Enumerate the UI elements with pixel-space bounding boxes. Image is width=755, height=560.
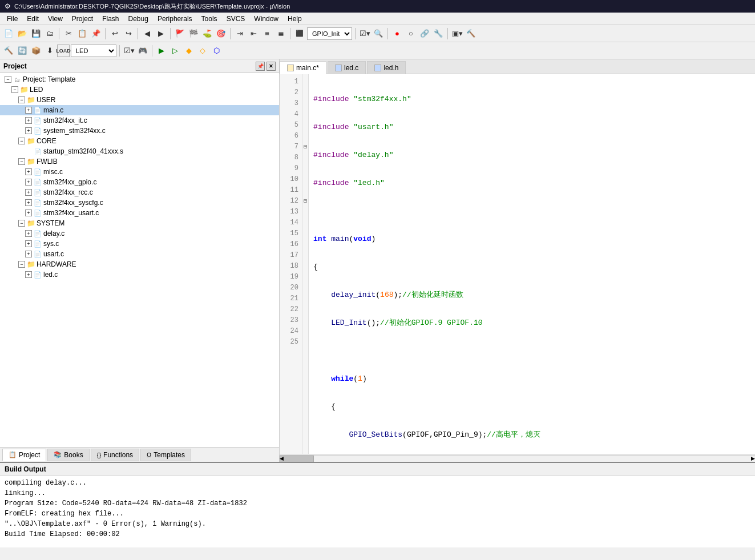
tree-label-rcc: stm32f4xx_rcc.c xyxy=(43,188,93,196)
collapse-btn-12[interactable]: ⊟ xyxy=(304,196,307,207)
blue1-btn[interactable]: ⬡ xyxy=(210,45,223,57)
menu-debug[interactable]: Debug xyxy=(124,14,153,24)
undo-btn[interactable]: ↩ xyxy=(108,27,121,40)
menu-tools[interactable]: Tools xyxy=(197,14,222,24)
functions-tab-label: Functions xyxy=(103,451,133,459)
tree-item-project[interactable]: − 🗂 Project: Template xyxy=(0,74,279,84)
record-btn[interactable]: ● xyxy=(391,27,403,40)
bookmark4-btn[interactable]: 🎯 xyxy=(215,27,227,40)
tree-item-sys[interactable]: + 📄 sys.c xyxy=(0,239,279,249)
tab-templates[interactable]: Ω Templates xyxy=(140,449,191,461)
format2-btn[interactable]: ≣ xyxy=(274,27,287,40)
code-editor[interactable]: 12345 678910 1112131415 1617181920 21222… xyxy=(280,74,755,454)
tree-item-sysc[interactable]: + 📄 system_stm32f4xx.c xyxy=(0,126,279,136)
scrollbar-thumb[interactable] xyxy=(280,456,314,462)
open-btn[interactable]: 📂 xyxy=(16,27,29,40)
pin-btn[interactable]: 📌 xyxy=(256,62,265,71)
editor-scrollbar[interactable]: ◀ ▶ xyxy=(280,454,755,462)
save-btn[interactable]: 💾 xyxy=(30,27,42,40)
menu-project[interactable]: Project xyxy=(67,14,98,24)
build-btn[interactable]: 🔨 xyxy=(2,45,15,57)
sep6 xyxy=(290,28,290,39)
green1-btn[interactable]: ▶ xyxy=(155,45,168,57)
bookmark1-btn[interactable]: 🚩 xyxy=(173,27,186,40)
tab-project[interactable]: 📋 Project xyxy=(2,449,46,461)
tree-item-ledc[interactable]: + 📄 led.c xyxy=(0,269,279,280)
tree-item-user-folder[interactable]: − 📁 USER xyxy=(0,95,279,105)
new-btn[interactable]: 📄 xyxy=(2,27,15,40)
tree-item-system-folder[interactable]: − 📁 SYSTEM xyxy=(0,218,279,228)
tree-label-ledc: led.c xyxy=(43,271,58,279)
load100-btn[interactable]: LOAD xyxy=(57,45,70,57)
wrench-btn[interactable]: 🔨 xyxy=(465,27,477,40)
menu-view[interactable]: View xyxy=(43,14,67,24)
menu-svcs[interactable]: SVCS xyxy=(222,14,250,24)
target-dropdown[interactable]: LED xyxy=(71,45,116,57)
tree-item-hardware-folder[interactable]: − 📁 HARDWARE xyxy=(0,259,279,269)
tree-item-led-folder[interactable]: − 📁 LED xyxy=(0,84,279,95)
check2-dropdown[interactable]: ☑▾ xyxy=(123,45,135,57)
tree-item-core-folder[interactable]: − 📁 CORE xyxy=(0,136,279,146)
copy-btn[interactable]: 📋 xyxy=(76,27,88,40)
tab-ledh[interactable]: led.h xyxy=(367,61,406,74)
rebuild-btn[interactable]: 🔄 xyxy=(16,45,29,57)
tab-mainc[interactable]: main.c* xyxy=(280,61,326,74)
batch-btn[interactable]: 📦 xyxy=(30,45,42,57)
tree-item-misc[interactable]: + 📄 misc.c xyxy=(0,167,279,177)
tab-functions[interactable]: {} Functions xyxy=(91,449,139,461)
scroll-right-btn[interactable]: ▶ xyxy=(751,456,755,461)
tree-item-rcc[interactable]: + 📄 stm32f4xx_rcc.c xyxy=(0,187,279,198)
circle-btn[interactable]: ○ xyxy=(405,27,417,40)
tab-ledh-icon xyxy=(374,65,381,71)
menu-peripherals[interactable]: Peripherals xyxy=(153,14,197,24)
tree-item-mainc[interactable]: + 📄 main.c xyxy=(0,105,279,115)
indent-btn[interactable]: ⇥ xyxy=(233,27,246,40)
orange1-btn[interactable]: ◆ xyxy=(183,45,195,57)
collapse-btn-7[interactable]: ⊟ xyxy=(304,142,307,152)
scroll-left-btn[interactable]: ◀ xyxy=(280,456,284,461)
menu-file[interactable]: File xyxy=(2,14,22,24)
layout-btn[interactable]: ▣▾ xyxy=(451,27,463,40)
bottom-tabs: 📋 Project 📚 Books {} Functions Ω Templat… xyxy=(0,447,279,462)
tree-item-fwlib-folder[interactable]: − 📁 FWLIB xyxy=(0,156,279,167)
editor-tab-bar: main.c* led.c led.h xyxy=(280,59,755,74)
menu-help[interactable]: Help xyxy=(283,14,306,24)
redo-btn[interactable]: ↪ xyxy=(122,27,135,40)
close-panel-btn[interactable]: ✕ xyxy=(267,62,276,71)
bookmark2-btn[interactable]: 🏁 xyxy=(187,27,200,40)
tree-item-startup[interactable]: + 📄 startup_stm32f40_41xxx.s xyxy=(0,146,279,156)
file-icon-usart: 📄 xyxy=(34,209,42,217)
paste-btn[interactable]: 📌 xyxy=(90,27,102,40)
code-content[interactable]: #include "stm32f4xx.h" #include "usart.h… xyxy=(309,74,755,454)
tree-label-mainc: main.c xyxy=(43,106,63,114)
check-dropdown[interactable]: ☑▾ xyxy=(358,27,371,40)
bookmark3-btn[interactable]: ⛳ xyxy=(201,27,213,40)
search-icon[interactable]: 🔍 xyxy=(372,27,385,40)
tree-item-syscfg[interactable]: + 📄 stm32f4xx_syscfg.c xyxy=(0,198,279,208)
function-dropdown[interactable]: GPIO_Init xyxy=(307,27,352,40)
cut-btn[interactable]: ✂ xyxy=(62,27,75,40)
debug2-btn[interactable]: 🎮 xyxy=(136,45,149,57)
unindent-btn[interactable]: ⇤ xyxy=(247,27,260,40)
nav-back-btn[interactable]: ◀ xyxy=(141,27,154,40)
nav-fwd-btn[interactable]: ▶ xyxy=(155,27,167,40)
script-btn[interactable]: 🔗 xyxy=(418,27,431,40)
tree-item-gpio[interactable]: + 📄 stm32f4xx_gpio.c xyxy=(0,177,279,187)
code-line-13: GPIO_SetBits(GPIOF,GPIO_Pin_9);//高电平，熄灭 xyxy=(313,429,750,440)
tab-books[interactable]: 📚 Books xyxy=(47,449,89,461)
format1-btn[interactable]: ≡ xyxy=(261,27,273,40)
tree-item-usart[interactable]: + 📄 stm32f4xx_usart.c xyxy=(0,208,279,218)
menu-flash[interactable]: Flash xyxy=(98,14,123,24)
load-btn[interactable]: ⬇ xyxy=(43,45,56,57)
tree-label-itc: stm32f4xx_it.c xyxy=(43,116,87,124)
orange2-btn[interactable]: ◇ xyxy=(196,45,209,57)
menu-edit[interactable]: Edit xyxy=(22,14,43,24)
tools-btn2[interactable]: 🔧 xyxy=(432,27,445,40)
tab-ledc[interactable]: led.c xyxy=(328,61,366,74)
menu-window[interactable]: Window xyxy=(249,14,283,24)
green2-btn[interactable]: ▷ xyxy=(169,45,181,57)
tree-item-delay[interactable]: + 📄 delay.c xyxy=(0,228,279,239)
tree-item-itc[interactable]: + 📄 stm32f4xx_it.c xyxy=(0,115,279,126)
save-all-btn[interactable]: 🗂 xyxy=(43,27,56,40)
tree-item-usart2[interactable]: + 📄 usart.c xyxy=(0,249,279,259)
